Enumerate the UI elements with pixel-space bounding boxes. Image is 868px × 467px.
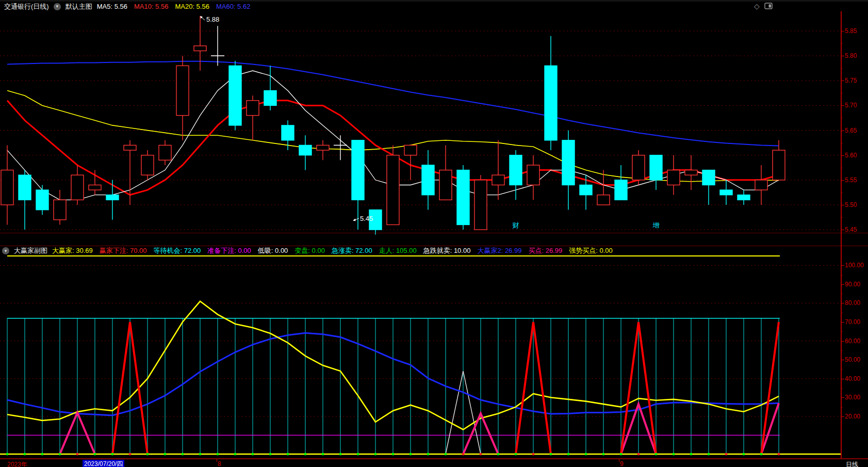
signal-dot <box>743 453 745 456</box>
ma5-label: MA5: 5.56 <box>97 3 127 10</box>
axis-minor-tick <box>841 388 843 389</box>
selected-date-label: 2023/07/20/四 <box>83 460 124 467</box>
candle-up <box>685 170 697 175</box>
signal-dot <box>76 453 79 456</box>
candle-up <box>89 185 101 190</box>
axis-label: 80.00 <box>845 300 860 306</box>
dayingjia-value: 大赢家: 30.69 <box>52 246 93 255</box>
candle-up <box>1 170 13 205</box>
axis-tick <box>841 416 844 417</box>
event-marker[interactable]: 财 <box>513 221 519 229</box>
axis-minor-tick <box>841 168 843 168</box>
signal-dot <box>374 453 377 456</box>
low-arrowhead <box>353 219 356 221</box>
signal-dot <box>392 453 395 456</box>
signal-dot <box>24 453 26 456</box>
axis-tick <box>841 303 844 303</box>
axis-minor-tick <box>841 369 843 369</box>
axis-minor-tick <box>841 43 843 44</box>
stock-trading-app: 交通银行(日线) ▾ 默认主图 MA5: 5.56MA10: 5.56MA20:… <box>0 0 868 467</box>
main-candlestick-chart[interactable]: 5.885.45财增 <box>0 11 841 235</box>
axis-minor-tick <box>841 143 843 143</box>
candle-up <box>755 180 767 190</box>
signal-dot <box>427 453 430 456</box>
signal-dot <box>445 453 447 456</box>
signal-dot <box>708 453 710 456</box>
signal-dot <box>41 453 44 456</box>
candle-down <box>264 91 276 106</box>
axis-tick <box>841 379 844 379</box>
yingjiaxiazhu-value: 赢家下注: 70.00 <box>100 246 147 255</box>
axis-tick <box>841 205 844 205</box>
indicator-chart[interactable] <box>0 255 841 458</box>
candle-up <box>439 170 452 200</box>
signal-dot <box>339 453 342 456</box>
signal-dot <box>182 453 184 456</box>
signal-dot <box>269 453 272 456</box>
signal-dot <box>287 453 289 456</box>
axis-label: 5.85 <box>845 28 857 34</box>
axis-minor-tick <box>841 294 843 294</box>
axis-label: 30.00 <box>845 394 860 400</box>
ma20-label: MA20: 5.56 <box>175 3 209 10</box>
main-chart-header: 交通银行(日线) ▾ 默认主图 MA5: 5.56MA10: 5.56MA20:… <box>0 2 250 11</box>
signal-dot <box>111 453 114 456</box>
signal-dot <box>690 453 693 456</box>
axis-label: 20.00 <box>845 413 860 420</box>
chevron-down-icon[interactable]: ▾ <box>54 3 61 10</box>
event-marker[interactable]: 增 <box>652 221 660 229</box>
signal-dot <box>515 453 517 456</box>
signal-dot <box>725 453 728 456</box>
month-tick <box>217 459 217 462</box>
candle-down <box>352 140 364 200</box>
period-label: 日线 <box>846 460 858 467</box>
candle-up <box>247 101 259 116</box>
candle-down <box>19 175 31 200</box>
ma10-label: MA10: 5.56 <box>134 3 169 10</box>
signal-dot <box>129 453 132 456</box>
axis-tick <box>841 180 844 181</box>
signal-dot <box>673 453 675 456</box>
signal-dot <box>760 453 763 456</box>
axis-minor-tick <box>841 350 843 351</box>
candle-down <box>580 185 592 195</box>
signal-dot <box>602 453 605 456</box>
signal-dot <box>532 453 535 456</box>
signal-dot <box>462 453 465 456</box>
axis-minor-tick <box>841 407 843 408</box>
bianpan-value: 变盘: 0.00 <box>294 246 325 255</box>
axis-minor-tick <box>841 331 843 332</box>
zouren-value: 走人: 105.00 <box>379 246 417 255</box>
candle-down <box>299 145 312 155</box>
indicator-title[interactable]: 大赢家副图 <box>14 246 47 255</box>
axis-minor-tick <box>841 217 843 218</box>
candle-down <box>36 190 48 210</box>
candle-up <box>597 195 610 205</box>
date-axis[interactable]: 2023年 2023/07/20/四 89 日线 <box>0 458 868 467</box>
signal-dot <box>357 453 359 456</box>
signal-dot <box>550 453 552 456</box>
price-axis-line <box>841 11 842 458</box>
chevron-down-icon[interactable]: ▾ <box>2 247 9 254</box>
diamond-icon[interactable]: ◇ <box>754 3 760 10</box>
axis-label: 5.50 <box>845 202 857 208</box>
maidian-value: 买点: 26.99 <box>528 246 562 255</box>
panel-layout-icon[interactable] <box>764 3 773 10</box>
axis-minor-tick <box>841 93 843 93</box>
ma-readouts: MA5: 5.56MA10: 5.56MA20: 5.56MA60: 5.62 <box>97 3 251 10</box>
candle-up <box>773 150 785 180</box>
candle-down <box>510 155 522 185</box>
candle-up <box>317 145 329 150</box>
main-chart-type-selector[interactable]: 默认主图 <box>65 2 92 11</box>
candle-down <box>738 195 750 200</box>
signal-dot <box>94 453 96 456</box>
signal-dot <box>585 453 587 456</box>
axis-label: 5.75 <box>845 77 857 84</box>
axis-tick <box>841 341 844 342</box>
dengdaijihui-value: 等待机会: 72.00 <box>154 246 201 255</box>
candle-up <box>492 175 504 185</box>
signal-dot <box>480 453 482 456</box>
candle-down <box>229 66 241 125</box>
signal-dot <box>304 453 307 456</box>
candle-down <box>650 155 662 180</box>
